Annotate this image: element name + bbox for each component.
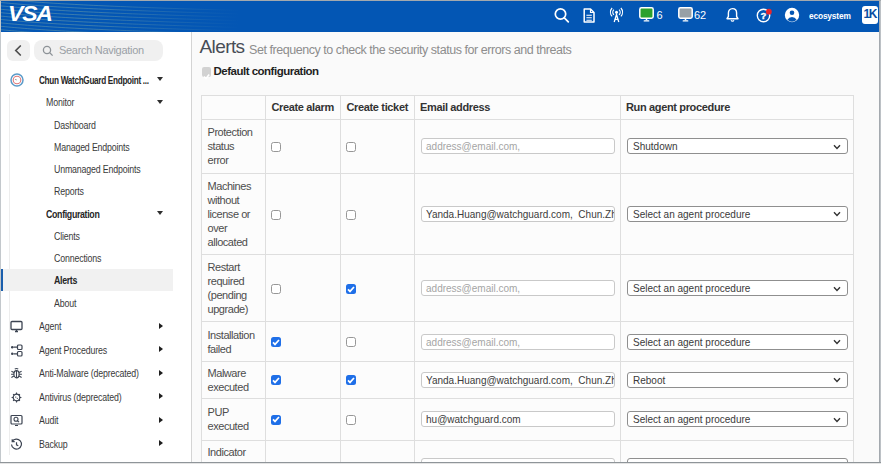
svg-text:?: ? xyxy=(761,9,767,20)
